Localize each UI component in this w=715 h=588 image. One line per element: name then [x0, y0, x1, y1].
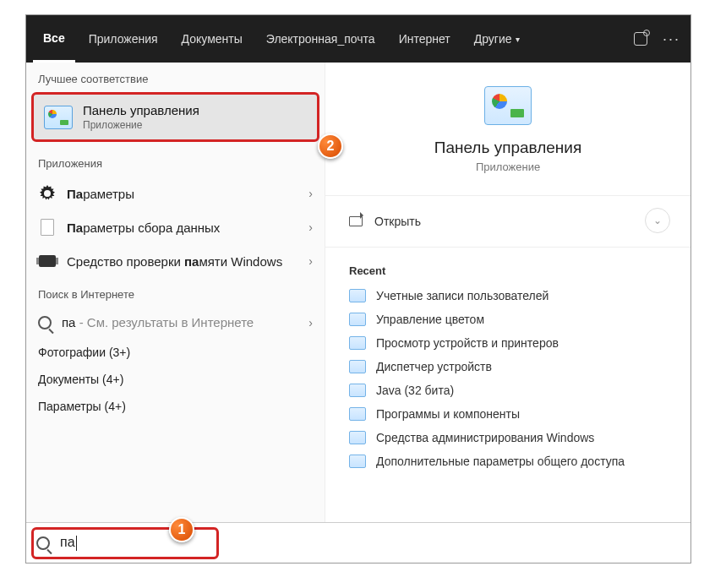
best-match-title: Панель управления	[83, 103, 199, 117]
control-panel-icon	[44, 106, 73, 129]
category-photos[interactable]: Фотографии (3+)	[26, 337, 325, 364]
chevron-right-icon: ›	[308, 220, 313, 234]
preview-subtitle: Приложение	[476, 161, 540, 173]
recent-header: Recent	[325, 254, 690, 284]
annotation-badge-1: 1	[169, 517, 194, 542]
control-panel-icon	[484, 86, 532, 125]
chevron-right-icon: ›	[308, 254, 313, 268]
panel-item-icon	[349, 336, 366, 350]
web-search-label: па - См. результаты в Интернете	[62, 315, 298, 329]
tab-email[interactable]: Электронная_почта	[256, 15, 385, 63]
panel-item-icon	[349, 289, 366, 302]
recent-item[interactable]: Java (32 бита)	[325, 378, 690, 402]
list-item[interactable]: Параметры сбора данных ›	[26, 210, 325, 244]
list-item-label: Средство проверки памяти Windows	[67, 254, 298, 269]
search-bar: па	[26, 522, 690, 563]
category-documents[interactable]: Документы (4+)	[26, 364, 325, 391]
panel-item-icon	[349, 455, 366, 468]
tab-all[interactable]: Все	[33, 15, 75, 63]
results-panel: Лучшее соответствие Панель управления Пр…	[26, 63, 325, 522]
category-settings[interactable]: Параметры (4+)	[26, 391, 325, 418]
preview-panel: Панель управления Приложение Открыть ⌄ R…	[325, 63, 690, 522]
list-item-label: Параметры	[67, 187, 298, 201]
recent-item[interactable]: Средства администрирования Windows	[325, 426, 690, 449]
annotation-badge-2: 2	[318, 133, 343, 159]
panel-item-icon	[349, 431, 366, 444]
open-action[interactable]: Открыть	[325, 203, 690, 240]
feedback-icon[interactable]	[634, 32, 647, 46]
search-input[interactable]: па	[60, 535, 680, 551]
list-item[interactable]: Средство проверки памяти Windows ›	[26, 244, 325, 278]
web-search-item[interactable]: па - См. результаты в Интернете ›	[26, 308, 325, 337]
recent-item[interactable]: Просмотр устройств и принтеров	[325, 331, 690, 355]
tab-apps[interactable]: Приложения	[79, 15, 168, 63]
search-window: Все Приложения Документы Электронная_поч…	[25, 14, 691, 564]
list-item-label: Параметры сбора данных	[67, 220, 298, 235]
tab-internet[interactable]: Интернет	[389, 15, 461, 63]
apps-header: Приложения	[26, 147, 325, 177]
panel-item-icon	[349, 407, 366, 421]
recent-item[interactable]: Диспетчер устройств	[325, 355, 690, 378]
panel-item-icon	[349, 313, 366, 326]
best-match-subtitle: Приложение	[83, 119, 199, 131]
search-icon	[36, 536, 50, 550]
panel-item-icon	[349, 384, 366, 397]
chevron-down-icon: ▾	[516, 35, 520, 44]
recent-item[interactable]: Управление цветом	[325, 308, 690, 331]
recent-item[interactable]: Дополнительные параметры общего доступа	[325, 449, 690, 473]
document-icon	[41, 219, 54, 236]
scope-tabs: Все Приложения Документы Электронная_поч…	[26, 15, 690, 63]
open-icon	[349, 216, 363, 226]
expand-toggle[interactable]: ⌄	[645, 208, 670, 233]
list-item[interactable]: Параметры ›	[26, 177, 325, 210]
search-icon	[38, 316, 52, 329]
memory-icon	[39, 255, 56, 267]
more-icon[interactable]: ···	[663, 30, 680, 48]
recent-item[interactable]: Программы и компоненты	[325, 402, 690, 426]
gear-icon	[39, 185, 56, 202]
best-match-item[interactable]: Панель управления Приложение	[31, 92, 319, 142]
chevron-right-icon: ›	[308, 316, 313, 329]
internet-header: Поиск в Интернете	[26, 278, 325, 308]
tab-documents[interactable]: Документы	[172, 15, 253, 63]
chevron-right-icon: ›	[308, 187, 313, 200]
recent-item[interactable]: Учетные записи пользователей	[325, 284, 690, 308]
best-match-header: Лучшее соответствие	[26, 63, 325, 92]
tab-other[interactable]: Другие▾	[464, 15, 530, 63]
panel-item-icon	[349, 360, 366, 373]
preview-title: Панель управления	[434, 139, 582, 157]
